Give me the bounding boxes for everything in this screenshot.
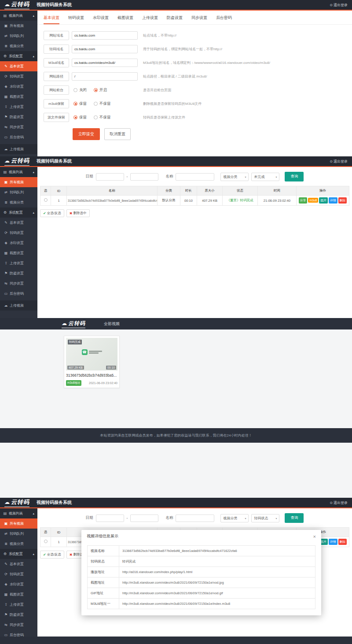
- radio-keep[interactable]: [73, 115, 77, 119]
- tab-transcode-settings[interactable]: 转码设置: [68, 15, 84, 24]
- date-from-input[interactable]: [96, 173, 124, 181]
- sidebar-group-video-list[interactable]: ▤ 视频列表 ▴: [0, 167, 37, 177]
- chevron-down-icon: ▾: [275, 175, 277, 178]
- sidebar-item-upload-settings[interactable]: ⇧上传设置: [0, 102, 37, 112]
- sidebar-item-all-videos[interactable]: ▣所有视频: [0, 177, 37, 187]
- sidebar-group-system-config[interactable]: ⚙ 系统配置 ▴: [0, 549, 37, 559]
- transcode-domain-input[interactable]: [72, 45, 138, 53]
- sidebar-item-basic-settings[interactable]: ✎基本设置: [0, 218, 37, 228]
- delete-button[interactable]: 删除: [338, 197, 347, 204]
- video-title[interactable]: 3136673d562bcb74d933ba5...: [66, 373, 117, 378]
- sidebar-item-antitheft-settings[interactable]: ⚑防盗设置: [0, 610, 37, 620]
- sidebar-item-watermark-settings[interactable]: ◈水印设置: [0, 81, 37, 92]
- sidebar-item-snapshot-settings[interactable]: ▦截图设置: [0, 589, 37, 600]
- detail-button[interactable]: 详情: [329, 197, 337, 204]
- m3u8-button[interactable]: m3u8: [308, 198, 318, 203]
- category-select[interactable]: 视频分类▾: [220, 173, 249, 181]
- site-domain-input[interactable]: [72, 31, 138, 40]
- logout-button[interactable]: ⊙ 退出登录: [330, 3, 348, 7]
- sidebar-item-watermark-settings[interactable]: ◈水印设置: [0, 238, 37, 248]
- select-all-button[interactable]: ✔全选/反选: [40, 551, 64, 559]
- tab-snapshot-settings[interactable]: 截图设置: [117, 15, 133, 24]
- front-logo[interactable]: ☁ 云转码: [62, 320, 85, 328]
- form-row-frontend-toggle: 网站前台 关闭 开启 是否开启前台页面: [44, 85, 352, 95]
- sidebar-item-sync-settings[interactable]: ⇆同步设置: [0, 620, 37, 630]
- sidebar-item-antitheft-settings[interactable]: ⚑防盗设置: [0, 268, 37, 278]
- category-select[interactable]: 视频分类▾: [220, 514, 249, 522]
- tab-upload-settings[interactable]: 上传设置: [142, 15, 158, 24]
- logout-button[interactable]: ⊙ 退出登录: [330, 159, 348, 164]
- collapse-arrow-icon: ▴: [33, 55, 34, 58]
- radio-keep[interactable]: [73, 102, 77, 106]
- close-icon[interactable]: ×: [313, 534, 316, 539]
- sidebar-item-video-category[interactable]: ≣视频分类: [0, 539, 37, 549]
- nav-all-videos[interactable]: 全部视频: [104, 321, 120, 327]
- video-thumbnail[interactable]: 转码完成 ☎ 407.29 KB 00:10: [66, 338, 117, 370]
- sidebar-item-transcode-queue[interactable]: ⇄转码队列: [0, 529, 37, 539]
- modal-title: 视频详细信息展示: [87, 533, 118, 539]
- sidebar-item-transcode-queue[interactable]: ⇄转码队列: [0, 31, 37, 41]
- radio-discard[interactable]: [94, 102, 98, 106]
- row-checkbox[interactable]: [44, 198, 48, 202]
- sidebar-item-antitheft-settings[interactable]: ⚑防盗设置: [0, 112, 37, 122]
- sidebar-item-all-videos[interactable]: ▣所有视频: [0, 21, 37, 31]
- sidebar-item-transcode-settings[interactable]: ⟳转码设置: [0, 569, 37, 579]
- sidebar-item-all-videos[interactable]: ▣所有视频: [0, 518, 37, 529]
- tab-watermark-settings[interactable]: 水印设置: [93, 15, 109, 24]
- sidebar-item-watermark-settings[interactable]: ◈水印设置: [0, 579, 37, 589]
- name-search-input[interactable]: [176, 173, 214, 181]
- sidebar-item-sync-settings[interactable]: ⇆同步设置: [0, 278, 37, 289]
- m3u8-address-button[interactable]: m3u8地址: [66, 380, 81, 386]
- sidebar-item-basic-settings[interactable]: ✎基本设置: [0, 61, 37, 71]
- delete-button[interactable]: 删除: [338, 539, 347, 545]
- site-path-input[interactable]: [72, 72, 138, 81]
- sidebar-item-admin-password[interactable]: ▭后台密码: [0, 289, 37, 299]
- sidebar-group-system-config[interactable]: ⚙ 系统配置 ▴: [0, 51, 37, 61]
- tab-antitheft-settings[interactable]: 防盗设置: [167, 15, 183, 24]
- video-card[interactable]: 转码完成 ☎ 407.29 KB 00:10 3136673d562bcb74d…: [64, 336, 120, 388]
- sidebar-item-upload-settings[interactable]: ⇧上传设置: [0, 258, 37, 268]
- status-select[interactable]: 转码状态▾: [251, 514, 279, 522]
- logout-button[interactable]: ⊙ 退出登录: [330, 500, 348, 505]
- sidebar-item-transcode-settings[interactable]: ⟳转码设置: [0, 71, 37, 81]
- sidebar-item-transcode-queue[interactable]: ⇄转码队列: [0, 187, 37, 197]
- name-search-input[interactable]: [176, 514, 214, 522]
- select-all-button[interactable]: ✔全选/反选: [40, 209, 64, 217]
- tab-admin-password[interactable]: 后台密码: [216, 15, 232, 24]
- sidebar-item-sync-settings[interactable]: ⇆同步设置: [0, 122, 37, 132]
- sidebar-item-admin-password[interactable]: ▭后台密码: [0, 132, 37, 142]
- duration-label: 00:10: [106, 366, 116, 370]
- search-button[interactable]: 查询: [285, 513, 304, 523]
- reset-button[interactable]: 取消重置: [104, 128, 131, 140]
- sidebar-group-video-list[interactable]: ▤ 视频列表 ▴: [0, 508, 37, 518]
- sidebar-item-basic-settings[interactable]: ✎基本设置: [0, 559, 37, 569]
- date-from-input[interactable]: [96, 514, 124, 522]
- date-to-input[interactable]: [130, 173, 158, 181]
- submit-button[interactable]: 立即提交: [73, 128, 100, 140]
- row-checkbox[interactable]: [44, 540, 48, 543]
- status-select[interactable]: 未完成▾: [251, 173, 279, 181]
- picture-button[interactable]: 图片: [319, 197, 328, 204]
- radio-on[interactable]: [94, 88, 98, 92]
- sidebar-item-snapshot-settings[interactable]: ▦截图设置: [0, 92, 37, 102]
- search-button[interactable]: 查询: [285, 172, 304, 181]
- radio-discard[interactable]: [94, 115, 98, 119]
- sidebar-item-video-category[interactable]: ≣视频分类: [0, 41, 37, 51]
- sidebar-item-snapshot-settings[interactable]: ▦截图设置: [0, 248, 37, 258]
- sidebar-group-video-list[interactable]: ▤ 视频列表 ▴: [0, 11, 37, 21]
- sidebar-item-upload-video[interactable]: ☁上传视频: [0, 144, 37, 154]
- m3u8-domain-input[interactable]: [72, 59, 138, 67]
- date-to-input[interactable]: [130, 514, 158, 522]
- detail-button[interactable]: 详情: [329, 539, 337, 545]
- delete-selected-button[interactable]: ✖删除选中: [66, 209, 90, 217]
- sidebar-item-transcode-settings[interactable]: ⟳转码设置: [0, 228, 37, 238]
- sidebar-item-upload-video[interactable]: ☁上传视频: [0, 300, 37, 311]
- sidebar-item-video-category[interactable]: ≣视频分类: [0, 197, 37, 207]
- share-button[interactable]: 分享: [299, 197, 308, 204]
- tab-sync-settings[interactable]: 同步设置: [191, 15, 207, 24]
- radio-off[interactable]: [73, 88, 77, 92]
- tab-basic-settings[interactable]: 基本设置: [44, 15, 59, 24]
- sidebar-item-upload-settings[interactable]: ⇧上传设置: [0, 600, 37, 610]
- x-icon: ✖: [70, 553, 73, 557]
- sidebar-group-system-config[interactable]: ⚙ 系统配置 ▴: [0, 207, 37, 218]
